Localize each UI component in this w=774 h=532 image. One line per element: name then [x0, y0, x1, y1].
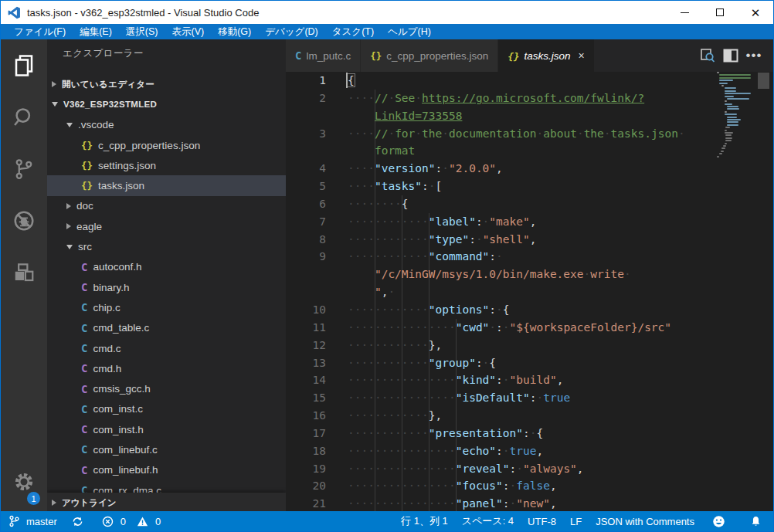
- tree-item-c_cpp_properties.json[interactable]: {}c_cpp_properties.json: [47, 135, 286, 155]
- tree-item-autoconf.h[interactable]: Cautoconf.h: [47, 257, 286, 277]
- tree-item-cmd_table.c[interactable]: Ccmd_table.c: [47, 318, 286, 338]
- sync-button[interactable]: [68, 516, 91, 527]
- editor-scrollbar[interactable]: [754, 72, 773, 511]
- line-number: 2: [286, 90, 348, 107]
- cursor-position[interactable]: 行 1、列 1: [401, 514, 448, 528]
- line-number: 1: [286, 72, 348, 90]
- minimap-line: [727, 124, 738, 126]
- menu-item[interactable]: ファイル(F): [7, 25, 73, 39]
- file-tree: 開いているエディターV362_ESP32STMLED.vscode{}c_cpp…: [47, 74, 286, 500]
- tab-close-icon[interactable]: ×: [578, 49, 584, 62]
- scrollbar-slider[interactable]: [758, 73, 769, 89]
- line-number: 15: [286, 389, 348, 407]
- git-branch-icon: [8, 515, 22, 527]
- manage-button[interactable]: 1: [1, 462, 47, 502]
- sidebar-item-source-control[interactable]: [1, 143, 47, 195]
- line-number: 4: [286, 160, 348, 178]
- language-mode[interactable]: JSON with Comments: [596, 516, 694, 527]
- minimize-button[interactable]: [667, 1, 702, 24]
- json-file-icon: {}: [81, 140, 93, 151]
- tree-item-com_linebuf.c[interactable]: Ccom_linebuf.c: [47, 439, 286, 459]
- sidebar-item-debug[interactable]: [1, 195, 47, 246]
- warning-count[interactable]: 0: [137, 516, 161, 527]
- tree-section-V362_ESP32STMLED[interactable]: V362_ESP32STMLED: [47, 94, 286, 114]
- minimap[interactable]: [717, 72, 754, 511]
- search-icon: [12, 106, 36, 129]
- split-editor-button[interactable]: [719, 44, 742, 67]
- chevron-down-icon: [66, 245, 73, 249]
- tab-label: c_cpp_properties.json: [386, 50, 488, 62]
- split-editor-icon: [722, 47, 739, 64]
- c-source-file-icon: C: [295, 49, 301, 62]
- close-button[interactable]: ✕: [738, 1, 773, 24]
- minimap-line: [725, 111, 728, 113]
- menu-item[interactable]: 編集(E): [73, 25, 119, 39]
- tree-item-cmd.c[interactable]: Ccmd.c: [47, 338, 286, 358]
- tree-item-com_inst.h[interactable]: Ccom_inst.h: [47, 419, 286, 439]
- code-line: 14················"kind":·"build",: [286, 371, 718, 389]
- feedback-button[interactable]: [708, 515, 732, 528]
- editor-code[interactable]: 1{2····//·See·https://go.microsoft.com/f…: [286, 72, 718, 511]
- code-text: ············},: [348, 407, 442, 425]
- tree-item-chip.c[interactable]: Cchip.c: [47, 297, 286, 317]
- tree-item-cmsis_gcc.h[interactable]: Ccmsis_gcc.h: [47, 378, 286, 398]
- chevron-down-icon: [52, 102, 58, 107]
- tree-item-.vscode[interactable]: .vscode: [47, 115, 286, 135]
- tree-item-binary.h[interactable]: Cbinary.h: [47, 277, 286, 297]
- tree-item-doc[interactable]: doc: [47, 196, 286, 216]
- tree-item-com_linebuf.h[interactable]: Ccom_linebuf.h: [47, 460, 286, 480]
- error-count[interactable]: 0: [102, 516, 126, 527]
- sidebar-item-explorer[interactable]: [1, 39, 47, 91]
- minimap-line: [727, 106, 739, 107]
- maximize-button[interactable]: [702, 1, 738, 24]
- menu-item[interactable]: 移動(G): [211, 25, 258, 39]
- code-line: LinkId=733558: [286, 107, 718, 125]
- bell-icon: [750, 515, 765, 527]
- branch-indicator[interactable]: master: [8, 515, 57, 527]
- menu-item[interactable]: デバッグ(D): [258, 25, 325, 39]
- tree-item-cmd.h[interactable]: Ccmd.h: [47, 358, 286, 378]
- minimap-line: [725, 127, 730, 128]
- tree-item-com_inst.c[interactable]: Ccom_inst.c: [47, 399, 286, 419]
- tree-item-src[interactable]: src: [47, 236, 286, 256]
- tree-item-label: com_linebuf.c: [93, 444, 157, 456]
- notifications-button[interactable]: [745, 515, 769, 527]
- menu-item[interactable]: 表示(V): [165, 25, 211, 39]
- tree-item-settings.json[interactable]: {}settings.json: [47, 155, 286, 175]
- minimap-line: [727, 98, 749, 100]
- open-changes-search-button[interactable]: [696, 44, 719, 67]
- tab-lm_putc.c[interactable]: Clm_putc.c: [286, 39, 361, 72]
- more-actions-button[interactable]: •••: [742, 44, 766, 67]
- warning-count-label: 0: [155, 516, 161, 527]
- code-text: ················"focus":·false,: [348, 477, 557, 495]
- minimap-line: [725, 96, 734, 97]
- sidebar-title: エクスプローラー: [47, 39, 286, 68]
- eol[interactable]: LF: [570, 516, 582, 527]
- line-number: 19: [286, 460, 348, 478]
- tree-item-label: cmd_table.c: [93, 322, 149, 334]
- minimap-line: [725, 100, 728, 102]
- tree-item-eagle[interactable]: eagle: [47, 216, 286, 236]
- c-source-file-icon: C: [81, 301, 87, 313]
- settings-badge: 1: [27, 492, 40, 505]
- menu-item[interactable]: タスク(T): [325, 25, 381, 39]
- outline-section-header[interactable]: アウトライン: [47, 493, 286, 513]
- tab-c_cpp_properties.json[interactable]: {}c_cpp_properties.json: [361, 39, 498, 72]
- editor-pane[interactable]: 1{2····//·See·https://go.microsoft.com/f…: [286, 72, 773, 511]
- encoding[interactable]: UTF-8: [528, 516, 556, 527]
- tree-section-開いているエディター[interactable]: 開いているエディター: [47, 74, 286, 94]
- sidebar-item-search[interactable]: [1, 91, 47, 143]
- line-number: 13: [286, 354, 348, 372]
- minimap-line: [725, 93, 751, 94]
- code-text: ················"echo":·true,: [348, 442, 543, 460]
- code-line: 5····"tasks":·[: [286, 178, 718, 195]
- warning-icon: [137, 516, 151, 527]
- tree-item-tasks.json[interactable]: {}tasks.json: [47, 175, 286, 195]
- tab-tasks.json[interactable]: {}tasks.json×: [498, 39, 594, 72]
- menu-item[interactable]: ヘルプ(H): [381, 25, 438, 39]
- sidebar-item-extensions[interactable]: [1, 246, 47, 298]
- indentation[interactable]: スペース: 4: [462, 514, 514, 528]
- tab-label: lm_putc.c: [306, 50, 351, 62]
- menu-item[interactable]: 選択(S): [119, 25, 165, 39]
- encoding-label: UTF-8: [528, 516, 556, 527]
